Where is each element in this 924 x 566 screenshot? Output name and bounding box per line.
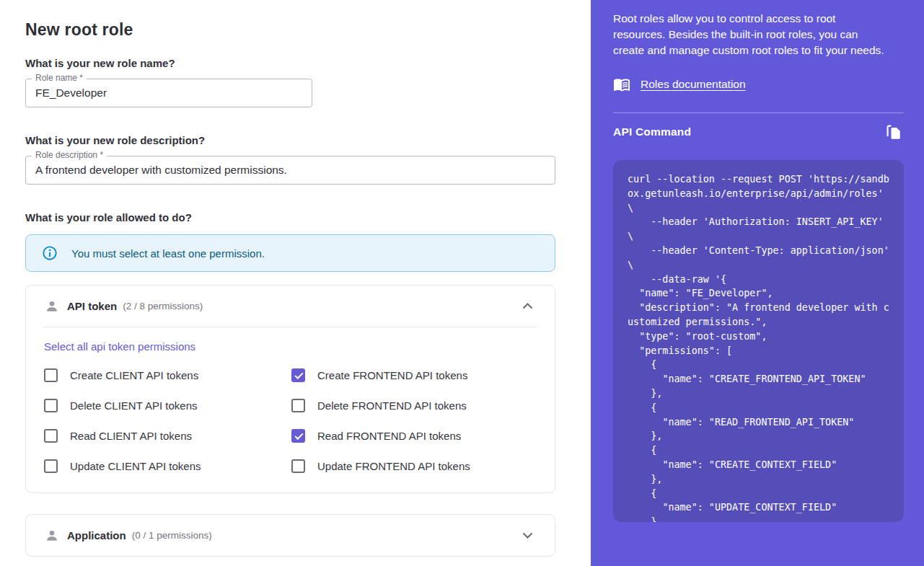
checkbox-delete-client-api-tokens[interactable] <box>44 399 58 412</box>
permissions-count: (0 / 1 permissions) <box>132 530 212 541</box>
copy-command-button[interactable] <box>884 122 904 142</box>
info-icon <box>42 245 58 261</box>
role-name-field: Role name * <box>25 79 312 107</box>
checkbox-create-frontend-api-tokens[interactable] <box>291 368 305 382</box>
checkbox-read-client-api-tokens[interactable] <box>44 429 58 443</box>
role-description-field: Role description * <box>25 156 555 185</box>
api-command-code: curl --location --request POST 'https://… <box>628 172 889 522</box>
page-title: New root role <box>25 20 555 40</box>
role-description-label: Role description * <box>32 150 107 161</box>
chevron-down-icon[interactable] <box>522 532 533 539</box>
permissions-grid: Create CLIENT API tokens Create FRONTEND… <box>44 368 536 473</box>
permission-row: Delete FRONTEND API tokens <box>291 399 536 412</box>
permission-row: Delete CLIENT API tokens <box>44 399 291 412</box>
select-all-api-token-permissions-link[interactable]: Select all api token permissions <box>44 340 195 353</box>
checkbox-read-frontend-api-tokens[interactable] <box>291 429 305 443</box>
permission-label: Create CLIENT API tokens <box>70 369 198 381</box>
permission-row: Create FRONTEND API tokens <box>291 368 536 382</box>
api-command-title: API Command <box>613 125 691 138</box>
permission-category-application: Application (0 / 1 permissions) <box>25 514 555 557</box>
permissions-question: What is your role allowed to do? <box>25 211 555 224</box>
permission-label: Update FRONTEND API tokens <box>317 460 470 472</box>
permission-row: Create CLIENT API tokens <box>44 368 291 382</box>
permission-row: Read FRONTEND API tokens <box>291 429 536 443</box>
permission-row: Update CLIENT API tokens <box>44 459 291 473</box>
role-name-question: What is your new role name? <box>25 57 555 69</box>
person-icon <box>45 299 59 314</box>
api-command-header: API Command <box>613 122 904 142</box>
permission-label: Delete CLIENT API tokens <box>70 399 197 412</box>
permission-label: Create FRONTEND API tokens <box>317 369 467 381</box>
copy-icon <box>884 122 904 142</box>
accordion-title: API token <box>67 300 117 312</box>
book-icon <box>613 76 630 93</box>
checkbox-delete-frontend-api-tokens[interactable] <box>291 399 305 412</box>
permission-label: Read FRONTEND API tokens <box>317 430 461 442</box>
role-description-question: What is your new role description? <box>25 134 555 146</box>
info-sidebar: Root roles allow you to control access t… <box>591 0 924 566</box>
permission-label: Read CLIENT API tokens <box>70 430 192 442</box>
sidebar-divider <box>613 112 904 113</box>
new-root-role-form: New root role What is your new role name… <box>0 0 591 566</box>
permission-row: Update FRONTEND API tokens <box>291 459 536 473</box>
permissions-count: (2 / 8 permissions) <box>123 301 203 311</box>
alert-message: You must select at least one permission. <box>71 247 265 260</box>
chevron-up-icon[interactable] <box>522 303 533 309</box>
role-name-label: Role name * <box>32 73 87 84</box>
sidebar-intro-text: Root roles allow you to control access t… <box>613 11 887 58</box>
api-token-accordion-header[interactable]: API token (2 / 8 permissions) <box>26 286 555 327</box>
roles-documentation-label: Roles documentation <box>641 78 746 91</box>
permission-label: Update CLIENT API tokens <box>70 460 201 472</box>
roles-documentation-link[interactable]: Roles documentation <box>613 76 746 93</box>
api-token-permissions-body: Select all api token permissions Create … <box>26 327 555 492</box>
info-alert: You must select at least one permission. <box>25 234 555 272</box>
application-accordion-header[interactable]: Application (0 / 1 permissions) <box>26 515 555 556</box>
permission-row: Read CLIENT API tokens <box>44 429 291 443</box>
person-icon <box>45 529 59 543</box>
permission-label: Delete FRONTEND API tokens <box>317 399 467 412</box>
api-command-code-block: curl --location --request POST 'https://… <box>613 160 904 522</box>
accordion-title: Application <box>67 529 126 541</box>
checkbox-update-client-api-tokens[interactable] <box>44 459 58 473</box>
permission-category-api-token: API token (2 / 8 permissions) Select all… <box>25 285 555 493</box>
checkbox-update-frontend-api-tokens[interactable] <box>291 459 305 473</box>
checkbox-create-client-api-tokens[interactable] <box>44 368 58 382</box>
